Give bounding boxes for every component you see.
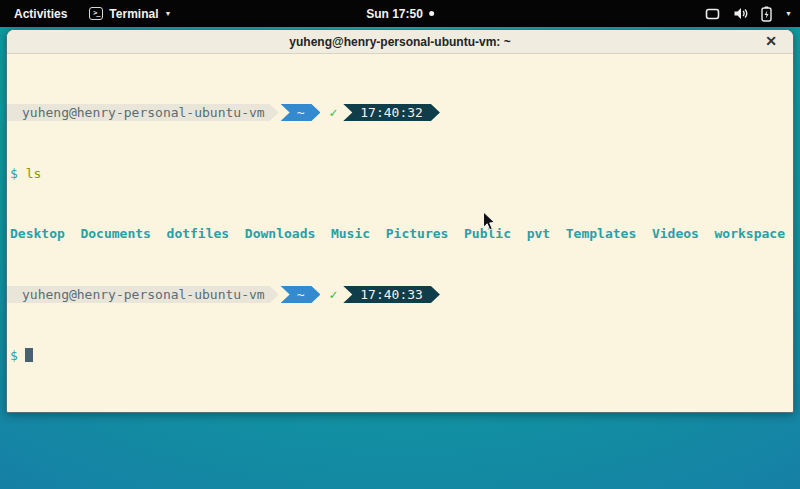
top-bar: Activities >_ Terminal ▼ Sun 17:50 ▼ <box>0 0 800 27</box>
notification-dot-icon <box>429 11 434 16</box>
app-menu-label: Terminal <box>109 7 158 21</box>
dir-entry: Desktop <box>10 226 65 241</box>
dir-entry: Templates <box>566 226 636 241</box>
success-check-icon: ✓ <box>329 104 337 121</box>
close-button[interactable]: ✕ <box>765 33 777 50</box>
ls-output-line: Desktop Documents dotfiles Downloads Mus… <box>10 226 790 241</box>
dir-entry: dotfiles <box>167 226 230 241</box>
dir-entry: Documents <box>80 226 150 241</box>
battery-charging-icon <box>761 6 772 22</box>
top-bar-left: Activities >_ Terminal ▼ <box>0 5 171 23</box>
terminal-app-icon: >_ <box>89 7 103 20</box>
prompt-cwd-segment: ~ <box>281 286 321 303</box>
prompt-symbol: $ <box>10 166 18 181</box>
prompt-time-segment: 17:40:33 <box>343 286 440 303</box>
prompt-user-host: yuheng@henry-personal-ubuntu-vm <box>7 286 279 303</box>
prompt-time-segment: 17:40:32 <box>343 104 440 121</box>
dir-entry: Downloads <box>245 226 315 241</box>
prompt-line: yuheng@henry-personal-ubuntu-vm~✓17:40:3… <box>10 286 790 303</box>
dir-entry: pvt <box>527 226 550 241</box>
clock-button[interactable]: Sun 17:50 <box>366 7 434 21</box>
terminal-cursor <box>25 348 33 362</box>
input-line[interactable]: $ <box>10 348 790 363</box>
typed-command: ls <box>26 166 42 181</box>
prompt-line: yuheng@henry-personal-ubuntu-vm~✓17:40:3… <box>10 104 790 121</box>
dir-entry: Music <box>331 226 370 241</box>
activities-button[interactable]: Activities <box>10 5 71 23</box>
command-line: $ ls <box>10 166 790 181</box>
dir-entry: Pictures <box>386 226 449 241</box>
prompt-symbol: $ <box>10 348 18 363</box>
dir-entry: workspace <box>715 226 785 241</box>
system-status-menu[interactable]: ▼ <box>705 0 792 27</box>
prompt-user-host: yuheng@henry-personal-ubuntu-vm <box>7 104 279 121</box>
window-title: yuheng@henry-personal-ubuntu-vm: ~ <box>289 35 510 49</box>
wired-network-icon <box>705 8 720 20</box>
app-menu[interactable]: >_ Terminal ▼ <box>89 7 171 21</box>
terminal-window: yuheng@henry-personal-ubuntu-vm: ~ ✕ yuh… <box>6 29 794 413</box>
chevron-down-icon: ▼ <box>164 10 171 17</box>
prompt-cwd-segment: ~ <box>281 104 321 121</box>
clock-label: Sun 17:50 <box>366 7 423 21</box>
success-check-icon: ✓ <box>329 286 337 303</box>
volume-icon <box>733 7 748 20</box>
chevron-down-icon: ▼ <box>785 10 792 17</box>
window-titlebar[interactable]: yuheng@henry-personal-ubuntu-vm: ~ ✕ <box>7 30 793 54</box>
terminal-content[interactable]: yuheng@henry-personal-ubuntu-vm~✓17:40:3… <box>7 55 793 412</box>
dir-entry: Public <box>464 226 511 241</box>
dir-entry: Videos <box>652 226 699 241</box>
